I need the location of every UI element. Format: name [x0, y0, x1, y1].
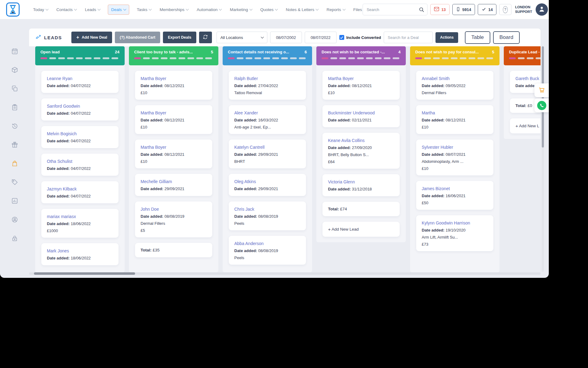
lead-card[interactable]: Ralph ButlerDate added: 27/04/2022Tattoo… [229, 71, 306, 100]
nav-item-tasks[interactable]: Tasks [136, 5, 152, 15]
board-view-button[interactable]: Board [493, 31, 520, 44]
lead-name[interactable]: Martha Boyer [141, 76, 207, 81]
abandoned-cart-shortcut[interactable] [534, 83, 549, 97]
gift-icon[interactable] [11, 141, 18, 148]
date-to-input[interactable]: 08/07/2022 [305, 32, 337, 43]
lead-card[interactable]: Annabel SmithDate added: 09/05/2022Derma… [416, 71, 493, 100]
location-select[interactable]: All Locations [217, 32, 267, 43]
lead-card[interactable]: Jazmyn KilbackDate added: 04/07/2022 [41, 181, 119, 203]
lead-name[interactable]: Alee Xander [234, 110, 300, 115]
avatar[interactable] [536, 3, 548, 16]
lead-name[interactable]: mariax mariasx [47, 214, 113, 219]
lead-name[interactable]: Victoria Glenn [328, 179, 394, 184]
lead-card[interactable]: Abba AndersonDate added: 08/08/2019Peels [229, 236, 306, 265]
lead-name[interactable]: John Doe [141, 207, 207, 212]
lead-name[interactable]: Buckminster Underwood [328, 110, 394, 115]
tasks-badge[interactable]: 14 [478, 4, 496, 15]
column-header[interactable]: Does not wish to be contacted -...4 [316, 46, 406, 65]
lead-name[interactable]: Martha Boyer [141, 110, 207, 115]
lead-card[interactable]: Buckminster UnderwoodDate added: 02/11/2… [322, 105, 400, 127]
nav-item-quotes[interactable]: Quotes [260, 5, 278, 15]
nav-item-files[interactable]: Files [353, 5, 363, 15]
phone-badge[interactable]: 5914 [452, 4, 475, 15]
lead-name[interactable]: Melvin Bogisich [47, 131, 113, 136]
lead-card[interactable]: Martha BoyerDate added: 08/12/2021£10 [135, 105, 212, 134]
lead-name[interactable]: Oleg Atkins [234, 179, 300, 184]
lead-name[interactable]: Kylynn Goodwin Harrison [422, 220, 488, 225]
package-icon[interactable] [11, 67, 18, 73]
messages-badge[interactable]: 13 [430, 4, 449, 15]
lead-name[interactable]: Chris Jack [234, 207, 300, 212]
nav-item-marketing[interactable]: Marketing [229, 5, 252, 15]
lead-card[interactable]: Leanne RyanDate added: 04/07/2022 [41, 71, 119, 93]
lead-card[interactable]: Melvin BogisichDate added: 04/07/2022 [41, 126, 119, 148]
lead-card[interactable]: Martha BoyerDate added: 08/12/2021£10 [135, 140, 212, 168]
lead-name[interactable]: Ralph Butler [234, 76, 300, 81]
horizontal-scrollbar[interactable] [29, 272, 541, 275]
lead-card[interactable]: mariax mariasxDate added: 18/06/2022£100… [41, 209, 119, 238]
refresh-button[interactable] [199, 32, 212, 43]
lead-name[interactable]: Keane Avila Collins [328, 138, 394, 143]
lead-card[interactable]: John DoeDate added: 08/08/2019Dermal Fil… [135, 201, 212, 237]
column-header[interactable]: Open lead24 [35, 46, 125, 65]
add-new-deal-button[interactable]: + Add New Deal [71, 32, 112, 43]
export-deals-button[interactable]: Export Deals [163, 32, 196, 43]
table-view-button[interactable]: Table [465, 31, 490, 44]
lead-name[interactable]: Jazmyn Kilback [47, 186, 113, 191]
column-header[interactable]: Duplicate Lead - [504, 46, 541, 65]
nav-item-reports[interactable]: Reports [326, 5, 345, 15]
nav-item-memberships[interactable]: Memberships [159, 5, 189, 15]
date-from-input[interactable]: 08/07/2002 [270, 32, 302, 43]
lead-card[interactable]: Kylynn Goodwin HarrisonDate added: 19/10… [416, 215, 493, 251]
help-button[interactable]: ? [499, 4, 511, 15]
lead-name[interactable]: James Bizonet [422, 186, 488, 191]
lead-card[interactable]: Mark JonesDate added: 18/06/2022 [41, 243, 119, 265]
lead-card[interactable]: MarthaDate added: 08/12/2021£10 [416, 105, 493, 134]
lead-name[interactable]: Katelyn Cantrell [234, 145, 300, 150]
tag-icon[interactable] [11, 179, 18, 186]
deal-search-input[interactable]: Search for a Deal [384, 32, 433, 43]
account-icon[interactable] [11, 216, 18, 223]
bar-chart-icon[interactable] [11, 197, 18, 204]
column-header[interactable]: Contact details not receiving o...6 [223, 46, 312, 65]
search-icon[interactable] [416, 4, 427, 15]
calendar-icon[interactable]: 12 [11, 48, 18, 55]
lead-card[interactable]: James BizonetDate added: 16/06/2021£50 [416, 181, 493, 210]
add-new-lead-button[interactable]: +Add New L [510, 118, 541, 133]
lead-name[interactable]: Martha [422, 110, 488, 115]
lead-card[interactable]: Keane Avila CollinsDate added: 27/09/202… [322, 133, 400, 169]
horizontal-scrollbar-thumb[interactable] [34, 272, 135, 275]
column-header[interactable]: Does not wish to pay for consul...5 [410, 46, 499, 65]
nav-item-deals[interactable]: Deals [108, 5, 129, 15]
nav-item-leads[interactable]: Leads [84, 5, 101, 15]
nav-item-notes-letters[interactable]: Notes & Letters [285, 5, 319, 15]
actions-button[interactable]: Actions [435, 32, 458, 43]
lead-card[interactable]: Otha SchulistDate added: 04/07/2022 [41, 154, 119, 176]
lead-card[interactable]: Victoria GlennDate added: 31/12/2018 [322, 174, 400, 196]
lead-card[interactable]: Sylvester HublerDate added: 08/07/2021Ab… [416, 140, 493, 175]
column-header[interactable]: Client too busy to talk - advis...5 [129, 46, 218, 65]
lead-name[interactable]: Mechelle Gilliam [141, 179, 207, 184]
include-converted-checkbox[interactable]: Include Converted [339, 35, 381, 40]
lead-name[interactable]: Sanford Goodwin [47, 104, 113, 109]
lead-card[interactable]: Chris JackDate added: 08/08/2019Peels [229, 201, 306, 230]
history-icon[interactable] [11, 123, 18, 129]
lock-icon[interactable] [11, 235, 18, 242]
shopping-bag-icon[interactable] [11, 160, 18, 167]
lead-name[interactable]: Leanne Ryan [47, 76, 113, 81]
copy-icon[interactable] [11, 85, 18, 92]
lead-name[interactable]: Sylvester Hubler [422, 145, 488, 150]
lead-card[interactable]: Sanford GoodwinDate added: 04/07/2022 [41, 98, 119, 121]
lead-card[interactable]: Martha BoyerDate added: 08/12/2021£10 [322, 71, 400, 100]
lead-name[interactable]: Martha Boyer [141, 145, 207, 150]
lead-name[interactable]: Abba Anderson [234, 241, 300, 246]
lead-name[interactable]: Martha Boyer [328, 76, 394, 81]
nav-item-today[interactable]: Today [32, 5, 49, 15]
search-input[interactable] [363, 7, 416, 12]
lead-name[interactable]: Annabel Smith [422, 76, 488, 81]
lead-card[interactable]: Alee XanderDate added: 16/03/2022Anti-ag… [229, 105, 306, 134]
nav-item-automation[interactable]: Automation [196, 5, 222, 15]
app-logo[interactable] [6, 2, 20, 17]
lead-card[interactable]: Martha BoyerDate added: 08/12/2021£10 [135, 71, 212, 100]
abandoned-cart-button[interactable]: (?) Abandoned Cart [115, 32, 160, 43]
